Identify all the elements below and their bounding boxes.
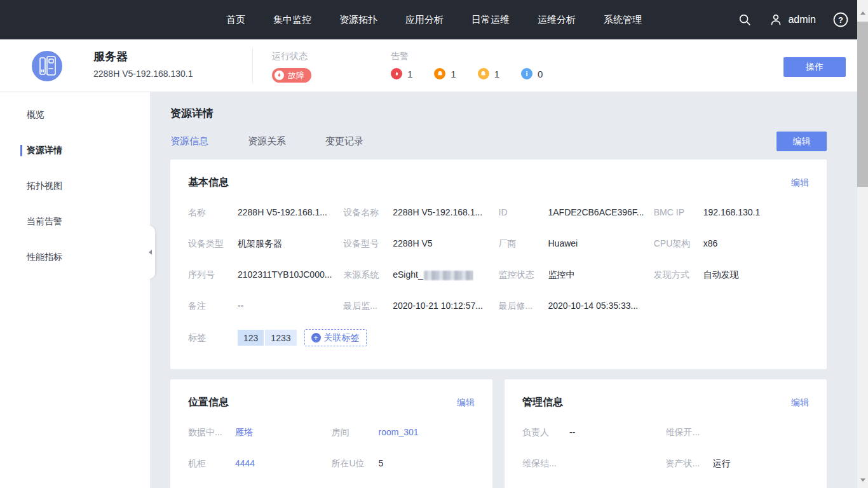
svg-text:?: ?: [838, 15, 843, 25]
redacted-value: [424, 271, 473, 280]
plus-icon: +: [311, 333, 321, 342]
body: 概览 资源详情 拓扑视图 当前告警 性能指标 资源详情 资源信息 资源关系 变更…: [0, 92, 868, 488]
running-status-block: 运行状态 故障: [272, 51, 311, 83]
field-source-system: 来源系统 eSight_: [343, 268, 498, 281]
field-empty: [654, 299, 809, 312]
nav-item-central-monitoring[interactable]: 集中监控: [273, 14, 311, 26]
help-icon[interactable]: ?: [832, 11, 849, 28]
sidebar-item-current-alarms[interactable]: 当前告警: [0, 204, 150, 240]
resource-title: 服务器: [93, 49, 193, 64]
management-info-header: 管理信息 编辑: [522, 396, 809, 409]
edit-button[interactable]: 编辑: [776, 132, 827, 151]
field-id: ID 1AFDE2CB6ACE396F...: [499, 206, 654, 219]
tab-resource-relations[interactable]: 资源关系: [248, 135, 286, 147]
field-maintenance-start: 维保开...: [666, 426, 810, 438]
server-icon: [32, 51, 62, 81]
resource-identity: 服务器 2288H V5-192.168.130.1: [93, 49, 193, 79]
alarm-major[interactable]: 1: [434, 68, 456, 79]
tab-change-records[interactable]: 变更记录: [325, 135, 363, 147]
tags-label: 标签: [188, 332, 238, 344]
tabs-row: 资源信息 资源关系 变更记录 编辑: [170, 132, 827, 151]
location-info-fields: 数据中... 雁塔 房间 room_301 机柜 4444 所在U位: [188, 426, 475, 470]
field-remark: 备注 --: [188, 299, 343, 312]
header-divider: [252, 48, 253, 84]
alarm-info-count: 0: [538, 69, 543, 79]
location-info-edit-link[interactable]: 编辑: [457, 397, 475, 409]
scrollbar-thumb[interactable]: [857, 22, 868, 187]
location-info-header: 位置信息 编辑: [188, 396, 475, 409]
main-nav: 首页 集中监控 资源拓扑 应用分析 日常运维 运维分析 系统管理: [226, 0, 642, 39]
alarm-label: 告警: [391, 51, 543, 62]
alarm-info[interactable]: i 0: [521, 68, 543, 79]
page-scrollbar[interactable]: [857, 0, 868, 488]
field-asset-status: 资产状... 运行: [666, 457, 810, 470]
field-name: 名称 2288H V5-192.168.1...: [188, 206, 343, 219]
field-last-modified-time: 最后修... 2020-10-14 05:35:33...: [499, 299, 654, 312]
tab-resource-info[interactable]: 资源信息: [170, 135, 208, 147]
bell-icon: [434, 68, 445, 79]
tags-row: 标签 123 1233 + 关联标签: [188, 329, 809, 346]
field-monitor-status: 监控状态 监控中: [499, 268, 654, 281]
nav-item-resource-topology[interactable]: 资源拓扑: [339, 14, 377, 26]
field-vendor: 厂商 Huawei: [499, 237, 654, 250]
user-icon: [768, 12, 783, 27]
sidebar-item-topology-view[interactable]: 拓扑视图: [0, 168, 150, 204]
tag-chip[interactable]: 123: [238, 330, 264, 346]
basic-info-edit-link[interactable]: 编辑: [791, 177, 809, 189]
bell-icon: [478, 68, 489, 79]
flame-icon: [391, 68, 402, 79]
nav-item-system-management[interactable]: 系统管理: [604, 14, 642, 26]
secondary-cards: 位置信息 编辑 数据中... 雁塔 房间 room_301 机: [170, 379, 827, 488]
field-last-monitor-time: 最后监... 2020-10-21 10:12:57...: [343, 299, 498, 312]
alarm-critical-count: 1: [407, 69, 412, 79]
basic-info-title: 基本信息: [188, 176, 229, 189]
info-icon: i: [521, 68, 532, 79]
status-badge-label: 故障: [288, 70, 304, 81]
management-info-card: 管理信息 编辑 负责人 -- 维保开... 维保结...: [505, 379, 827, 488]
nav-item-app-analysis[interactable]: 应用分析: [405, 14, 444, 26]
running-status-label: 运行状态: [272, 51, 311, 62]
associate-tag-label: 关联标签: [324, 332, 360, 344]
scroll-down-icon[interactable]: [857, 475, 868, 485]
field-owner: 负责人 --: [522, 426, 666, 438]
management-info-edit-link[interactable]: 编辑: [791, 397, 809, 409]
top-nav: 首页 集中监控 资源拓扑 应用分析 日常运维 运维分析 系统管理 admin: [0, 0, 868, 39]
nav-item-home[interactable]: 首页: [226, 14, 245, 26]
search-icon[interactable]: [738, 13, 752, 27]
page-title: 资源详情: [170, 106, 827, 121]
user-menu[interactable]: admin: [768, 12, 816, 27]
resource-subtitle: 2288H V5-192.168.130.1: [93, 69, 193, 79]
location-info-card: 位置信息 编辑 数据中... 雁塔 房间 room_301 机: [170, 379, 492, 488]
alarm-critical[interactable]: 1: [391, 68, 412, 79]
field-cabinet: 机柜 4444: [188, 457, 332, 470]
field-room: 房间 room_301: [332, 426, 475, 438]
scroll-up-icon[interactable]: [857, 8, 868, 18]
tag-chip[interactable]: 1233: [265, 330, 296, 346]
sidebar-item-resource-details[interactable]: 资源详情: [0, 133, 150, 168]
collapse-arrow-icon: [149, 250, 152, 255]
sidebar: 概览 资源详情 拓扑视图 当前告警 性能指标: [0, 92, 150, 488]
sidebar-item-overview[interactable]: 概览: [0, 97, 150, 133]
associate-tag-button[interactable]: + 关联标签: [304, 329, 367, 346]
action-button[interactable]: 操作: [783, 57, 846, 77]
alarm-minor[interactable]: 1: [478, 68, 499, 79]
field-discovery-mode: 发现方式 自动发现: [654, 268, 809, 281]
nav-item-ops-analysis[interactable]: 运维分析: [538, 14, 576, 26]
management-info-fields: 负责人 -- 维保开... 维保结... 资产状...: [522, 426, 809, 470]
basic-info-fields: 名称 2288H V5-192.168.1... 设备名称 2288H V5-1…: [188, 206, 809, 312]
fault-flame-icon: [275, 71, 284, 80]
nav-item-daily-ops[interactable]: 日常运维: [471, 14, 510, 26]
alarm-counts: 1 1 1 i 0: [391, 68, 543, 79]
location-info-title: 位置信息: [188, 396, 229, 409]
sidebar-item-performance[interactable]: 性能指标: [0, 240, 150, 275]
alarm-major-count: 1: [451, 69, 456, 79]
sidebar-collapse-handle[interactable]: [145, 226, 155, 279]
screen: 首页 集中监控 资源拓扑 应用分析 日常运维 运维分析 系统管理 admin: [0, 0, 868, 488]
field-device-model: 设备型号 2288H V5: [343, 237, 498, 250]
alarm-minor-count: 1: [494, 69, 499, 79]
field-datacenter: 数据中... 雁塔: [188, 426, 332, 438]
nav-right-tools: admin ?: [738, 0, 849, 39]
field-u-position: 所在U位 5: [332, 457, 475, 470]
alarm-block: 告警 1 1 1: [391, 51, 543, 79]
management-info-title: 管理信息: [522, 396, 563, 409]
